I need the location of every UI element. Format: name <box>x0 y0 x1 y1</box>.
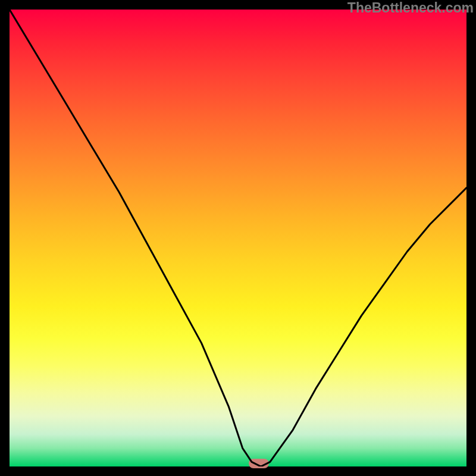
chart-frame: TheBottleneck.com <box>0 0 476 476</box>
watermark-text: TheBottleneck.com <box>347 0 474 16</box>
plot-area <box>10 10 466 466</box>
curve-path <box>10 10 466 466</box>
bottleneck-curve <box>10 10 466 466</box>
